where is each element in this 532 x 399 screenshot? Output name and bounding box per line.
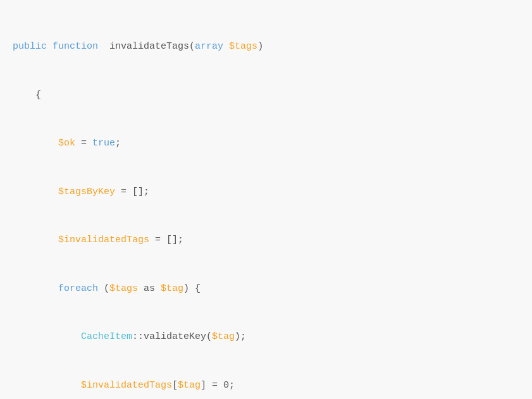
foreach-tags: ( (98, 283, 109, 294)
var-tagsByKey: $tagsByKey (58, 187, 115, 197)
indent-ok (13, 138, 58, 149)
line-3: $ok = true; (13, 135, 519, 152)
var-tags1: $tags (109, 283, 138, 294)
var-tag: $tag (161, 283, 183, 294)
indent-ci (13, 331, 81, 342)
line-6: foreach ($tags as $tag) { (13, 281, 519, 297)
line-5: $invalidatedTags = []; (13, 232, 519, 249)
kw-foreach1: foreach (58, 283, 98, 294)
indent-brace1: { (13, 90, 41, 101)
eq1: = (75, 138, 92, 149)
code-editor: public function invalidateTags(array $ta… (13, 6, 519, 399)
kw-true: true (92, 138, 115, 149)
var-tag3: $tag (178, 380, 201, 391)
indent-tbk (13, 187, 58, 197)
var-tag2: $tag (212, 331, 235, 342)
indent-fe1 (13, 283, 58, 294)
method-validate: validateKey( (144, 331, 212, 342)
line-7: CacheItem::validateKey($tag); (13, 329, 519, 345)
kw-public: public (13, 41, 47, 52)
line-2: { (13, 87, 519, 104)
eq2: = []; (115, 187, 149, 197)
indent-it2 (13, 380, 81, 391)
fe-brace1: ) { (183, 283, 201, 294)
kw-function: function (53, 41, 98, 52)
kw-array: array (195, 41, 223, 52)
paren-close: ) (257, 41, 263, 52)
double-colon: :: (132, 331, 144, 342)
var-it2: $invalidatedTags (81, 380, 172, 391)
bracket-close: ] = 0; (201, 380, 235, 391)
eq3: = []; (149, 235, 183, 245)
class-cacheitem: CacheItem (81, 331, 132, 342)
var-ok: $ok (58, 138, 75, 149)
as1: as (138, 283, 161, 294)
call-close: ); (235, 331, 246, 342)
func-name: invalidateTags( (104, 41, 195, 52)
line-1: public function invalidateTags(array $ta… (13, 39, 519, 55)
semi1: ; (115, 138, 121, 149)
line-8: $invalidatedTags[$tag] = 0; (13, 378, 519, 394)
var-invalidatedTags: $invalidatedTags (58, 235, 149, 245)
param-tags: $tags (223, 41, 257, 52)
line-4: $tagsByKey = []; (13, 184, 519, 200)
bracket-tag: [ (172, 380, 178, 391)
indent-it (13, 235, 58, 245)
